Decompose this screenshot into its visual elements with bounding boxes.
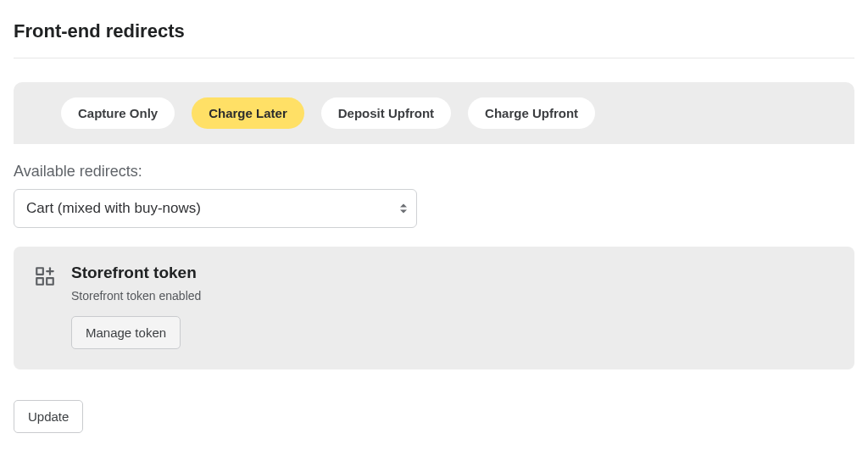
- page-title: Front-end redirects: [14, 20, 854, 42]
- redirects-select[interactable]: Cart (mixed with buy-nows): [14, 189, 417, 228]
- tab-charge-later[interactable]: Charge Later: [192, 97, 304, 129]
- available-redirects-label: Available redirects:: [14, 163, 854, 181]
- storefront-token-card: Storefront token Storefront token enable…: [14, 247, 854, 369]
- storefront-token-title: Storefront token: [71, 264, 834, 282]
- divider: [14, 58, 854, 58]
- tab-deposit-upfront[interactable]: Deposit Upfront: [321, 97, 451, 129]
- update-button[interactable]: Update: [14, 400, 83, 433]
- apps-grid-plus-icon: [34, 265, 56, 291]
- manage-token-button[interactable]: Manage token: [71, 316, 181, 349]
- svg-rect-2: [47, 278, 53, 285]
- svg-rect-1: [36, 278, 43, 285]
- tab-charge-upfront[interactable]: Charge Upfront: [468, 97, 595, 129]
- tab-capture-only[interactable]: Capture Only: [61, 97, 175, 129]
- storefront-token-subtitle: Storefront token enabled: [71, 289, 834, 303]
- svg-rect-0: [36, 268, 43, 275]
- redirects-select-value: Cart (mixed with buy-nows): [26, 200, 201, 217]
- tab-strip: Capture Only Charge Later Deposit Upfron…: [14, 82, 854, 144]
